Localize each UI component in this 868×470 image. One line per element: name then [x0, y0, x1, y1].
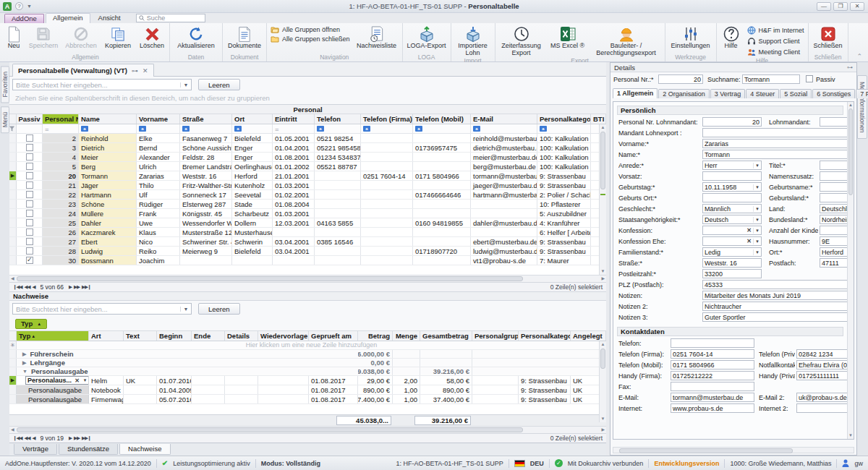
table-row[interactable]: 5BergUlrichBremer Landstraße 1Oerlinghau…: [9, 162, 606, 171]
cell-ort[interactable]: Stade: [232, 200, 273, 208]
filter-cell[interactable]: [17, 124, 43, 133]
nachweise-search-input[interactable]: Bitte Suchtext hier eingeben... ▼: [12, 303, 192, 315]
cell-telefon-mobil[interactable]: [413, 209, 471, 218]
field-handy-privat-[interactable]: 017251111111: [796, 371, 854, 380]
field-name-[interactable]: Tormann: [702, 150, 854, 159]
cell-ort[interactable]: Scharbeutz: [232, 209, 273, 218]
field-telefon-firma-[interactable]: 0251 7604-14: [671, 349, 754, 359]
field-vorname-[interactable]: Zararias: [702, 139, 854, 148]
cell-eintritt[interactable]: 01.02.2001: [273, 190, 315, 199]
cell-name[interactable]: Müllere: [79, 209, 137, 218]
cell-telefon[interactable]: [315, 209, 361, 218]
cell-telefon[interactable]: 0521 98254: [315, 134, 361, 142]
filter-cell[interactable]: a: [413, 124, 471, 133]
cell-name[interactable]: Reinhold: [79, 134, 137, 142]
cell-email[interactable]: [471, 209, 537, 218]
passiv-cell[interactable]: [17, 228, 43, 236]
cell-name[interactable]: Dietrich: [79, 143, 137, 152]
checkbox-icon[interactable]: [26, 228, 33, 236]
field-mandant-lohnexport-[interactable]: [702, 128, 854, 137]
cell-kategorie[interactable]: 9: Strassenbau: [537, 181, 591, 189]
cell-telefon-mobil[interactable]: [413, 237, 471, 246]
cell-kategorie[interactable]: 10: Pflasterer: [537, 200, 591, 208]
dropdown-icon[interactable]: ▾: [753, 163, 761, 168]
cell-name[interactable]: Meier: [79, 153, 137, 161]
checkbox-icon[interactable]: [26, 181, 33, 189]
cell-kategorie[interactable]: 100: Kalkulation / B...: [537, 143, 591, 152]
kopieren-button[interactable]: Kopieren: [101, 24, 135, 53]
nav-last-icon[interactable]: ▶▶❙: [82, 284, 90, 290]
cell-telefon-mobil[interactable]: 0171 5804966: [413, 171, 471, 180]
cell-telefon-firma[interactable]: [361, 181, 413, 189]
cell-name[interactable]: Ebert: [79, 237, 137, 246]
column-header[interactable]: Vorname: [137, 114, 180, 124]
cell-betrag[interactable]: 37.400,00 €: [358, 395, 393, 403]
chevron-down-icon[interactable]: ▼: [180, 307, 191, 312]
cell-name[interactable]: Schöne: [79, 200, 137, 208]
restore-button[interactable]: ❐: [833, 2, 848, 11]
alle-gruppen-oeffnen-button[interactable]: Alle Gruppen öffnen: [271, 26, 350, 33]
cell-gesamtbetrag[interactable]: 58,00 €: [420, 376, 472, 385]
cell-kategorie[interactable]: 4: Kranführer: [537, 218, 591, 227]
cell-personal-nr[interactable]: 26: [43, 228, 79, 236]
field-e-mail-2-[interactable]: uk@probau-s.de: [796, 393, 854, 402]
vertical-scrollbar[interactable]: ▲ ▼: [599, 124, 606, 275]
neu-button[interactable]: Neu: [3, 24, 25, 53]
field-notizen-2-[interactable]: Nichtraucher: [702, 302, 854, 311]
details-tab[interactable]: 2 Organisation: [658, 89, 710, 98]
table-row[interactable]: PersonalausgabeFirmenwagen05.07.201601.0…: [9, 395, 606, 404]
bauleiter-berechtigungsexport-button[interactable]: Bauleiter- / Berechtigungsexport: [590, 24, 663, 56]
field-notizen-[interactable]: Mitarbeiter des Monats Juni 2019: [702, 291, 854, 300]
cell-strasse[interactable]: [180, 256, 232, 265]
nav-first-icon[interactable]: ❙◀◀: [13, 435, 22, 441]
new-row[interactable]: ✳ Hier klicken um eine neue Zeile hinzuz…: [9, 341, 606, 350]
field-internet-2-[interactable]: [796, 403, 854, 413]
cell-telefon[interactable]: [315, 181, 361, 189]
cell-art[interactable]: Notebook: [89, 385, 124, 394]
table-row[interactable]: 22HartmannUlfSonneneck 17Seevetal01.02.2…: [9, 190, 606, 200]
details-tab[interactable]: 3 Vertrag: [710, 89, 746, 98]
cell-telefon[interactable]: 05521 88787: [315, 162, 361, 171]
field-telefon-privat-[interactable]: 02842 1234: [796, 349, 854, 359]
column-header[interactable]: Personalkategorie: [537, 114, 591, 124]
cell-personalkategorie[interactable]: 9: Strassenbau: [519, 376, 571, 385]
clear-icon[interactable]: ✕: [745, 227, 753, 234]
cell-name[interactable]: Tormann: [79, 171, 137, 180]
column-header[interactable]: Wiedervorlage: [258, 331, 309, 341]
cell-telefon-firma[interactable]: [361, 162, 413, 171]
cell-vorname[interactable]: Nico: [137, 237, 180, 246]
horizontal-scrollbar[interactable]: ◀ ▶: [9, 275, 606, 282]
cell-vorname[interactable]: Zararias: [137, 171, 180, 180]
cell-personal-nr[interactable]: 20: [43, 171, 79, 180]
cell-eintritt[interactable]: 01.08.2004: [273, 200, 315, 208]
speichern-button[interactable]: Speichern: [25, 24, 61, 53]
cell-email[interactable]: reinhold@musterbau.de: [471, 134, 537, 142]
checkbox-icon[interactable]: [26, 247, 33, 255]
table-row[interactable]: 27EbertNicoSchweriner Str. 40Schwerin03.…: [9, 237, 606, 247]
cell-telefon-mobil[interactable]: 01736957475: [413, 143, 471, 152]
cell-personal-nr[interactable]: 25: [43, 218, 79, 227]
close-tab-icon[interactable]: ✕: [142, 67, 148, 74]
cell-telefon-mobil[interactable]: 017466664646: [413, 190, 471, 199]
column-header[interactable]: Telefon (Mobil): [413, 114, 471, 124]
column-header[interactable]: Passiv: [17, 114, 43, 124]
checkbox-icon[interactable]: [26, 144, 33, 151]
table-row[interactable]: ▶20TormannZarariasWeststr. 16Herford21.0…: [9, 171, 606, 181]
cell-kategorie[interactable]: 9: Strassenbau: [537, 237, 591, 246]
loeschen-button[interactable]: Löschen: [136, 24, 168, 53]
column-header[interactable]: Eintritt: [273, 114, 315, 124]
checkbox-icon[interactable]: [26, 210, 33, 217]
cell-kategorie[interactable]: 100: Kalkulation / B...: [537, 134, 591, 142]
nav-next-page-icon[interactable]: ▶▶: [74, 435, 80, 441]
cell-strasse[interactable]: Schweriner Str. 40: [180, 237, 232, 246]
cell-betrag[interactable]: 890,00 €: [358, 385, 393, 394]
vertical-scrollbar[interactable]: ▲ ▼: [847, 102, 854, 439]
cell-telefon[interactable]: [315, 228, 361, 236]
hf-im-internet-button[interactable]: H&F im Internet: [747, 26, 804, 35]
column-header[interactable]: Telefon (Firma): [361, 114, 413, 124]
quick-access-dropdown-icon[interactable]: ▼: [27, 4, 32, 9]
checkbox-icon[interactable]: [26, 257, 33, 264]
passiv-cell[interactable]: [17, 247, 43, 255]
personal-nr-field[interactable]: 20: [658, 74, 703, 84]
cell-vorname[interactable]: Reiko: [137, 247, 180, 255]
